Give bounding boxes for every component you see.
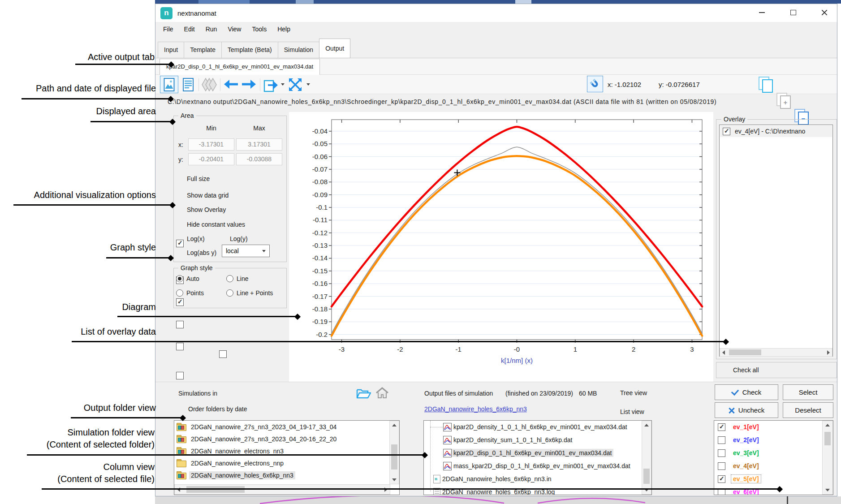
column-row[interactable]: ev_1[eV] [714, 421, 822, 433]
scope-dropdown[interactable]: local [222, 245, 270, 257]
area-x-max-field[interactable]: 3.17301 [236, 138, 282, 151]
folder-vscrollbar[interactable] [389, 421, 399, 484]
folder-row[interactable]: 2DGaN_nanowire_27s_nn3_2023_04_19-17_33_… [174, 421, 389, 433]
menu-item-edit[interactable]: Edit [179, 26, 200, 33]
svg-text:-0.11: -0.11 [313, 216, 328, 224]
back-button[interactable] [223, 79, 239, 90]
tab-input[interactable]: Input [158, 42, 184, 58]
snap-cursor-button[interactable] [587, 76, 603, 92]
graph-style-option-auto[interactable]: Auto [176, 275, 199, 282]
fit-dropdown-arrow[interactable] [306, 83, 310, 86]
area-y-max-field[interactable]: -0.03088 [236, 153, 282, 165]
forward-button[interactable] [241, 79, 257, 90]
folder-row[interactable]: 2DGaN_nanowire_holes_6x6kp_nn3 [174, 469, 389, 481]
column-checkbox[interactable] [718, 462, 725, 470]
radio-icon [176, 275, 183, 282]
file-vscrollbar[interactable] [642, 421, 651, 495]
folder-row[interactable]: 2DGaN_nanowire_27s_nn3_2023_04_20-16_22_… [174, 433, 389, 445]
file-row[interactable]: kpar2D_density_1_0_1_hl_6x6kp_ev_min001_… [424, 421, 642, 433]
export-dropdown-arrow[interactable] [281, 83, 285, 86]
close-button[interactable] [815, 4, 834, 21]
horizontal-splitter[interactable] [155, 382, 837, 382]
column-checkbox[interactable] [718, 423, 725, 431]
open-folder-button[interactable] [356, 387, 371, 401]
log-y-checkbox[interactable] [219, 350, 227, 358]
overlay-hscrollbar[interactable] [720, 348, 832, 357]
annotation-label: Column view(Content of selected file) [57, 461, 155, 485]
annotation-label: Simulation folder view(Content of select… [47, 426, 155, 451]
simulation-file-list: kpar2D_density_1_0_1_hl_6x6kp_ev_min001_… [423, 420, 652, 495]
svg-text:3: 3 [690, 345, 694, 353]
overlay-item-checkbox[interactable] [723, 128, 730, 135]
maximize-button[interactable] [783, 4, 803, 21]
tab-template-beta-[interactable]: Template (Beta) [221, 42, 278, 58]
overlay-item[interactable]: ev_4[eV] - C:\D\nextnano [720, 125, 832, 137]
add-tab-button[interactable]: + [776, 92, 791, 108]
home-folder-button[interactable] [375, 387, 389, 401]
background-browser-tab [515, 0, 531, 4]
svg-text:-0.09: -0.09 [312, 191, 328, 198]
expand-icon [288, 78, 302, 92]
file-row[interactable]: n2DGaN_nanowire_holes_6x6kp_nn3.in [424, 473, 642, 485]
graph-style-option-line[interactable]: Line [226, 275, 248, 282]
radio-icon [226, 275, 233, 282]
column-vscrollbar[interactable] [822, 421, 833, 495]
graph-style-option-points[interactable]: Points [176, 289, 204, 297]
deselect-button[interactable]: Deselect [783, 402, 833, 418]
background-browser-tab [198, 0, 250, 4]
export-button[interactable] [263, 77, 280, 93]
menu-item-run[interactable]: Run [200, 26, 223, 33]
annotation-line [42, 488, 779, 490]
column-row[interactable]: ev_5[eV] [714, 473, 822, 485]
annotation-label: Graph style [110, 241, 156, 254]
log-x-checkbox[interactable] [176, 343, 184, 350]
check-button[interactable]: Check [715, 384, 778, 400]
new-tab-button[interactable] [758, 76, 773, 92]
fit-view-button[interactable] [287, 77, 303, 92]
svg-text:-0.1: -0.1 [316, 203, 328, 211]
hide-constant-checkbox[interactable] [176, 321, 184, 328]
column-row[interactable]: ev_4[eV] [714, 460, 822, 472]
check-all-label: Check all [733, 366, 759, 374]
simulation-link[interactable]: 2DGaN_nanowire_holes_6x6kp_nn3 [424, 405, 527, 413]
menu-item-help[interactable]: Help [272, 26, 296, 33]
annotation-line [117, 316, 297, 317]
area-x-min-field[interactable]: -3.17301 [188, 138, 234, 151]
column-row[interactable]: ev_6[eV] [714, 486, 822, 495]
document-tab[interactable]: kpar2D_disp_0_1_hl_6x6kp_ev_min001_ev_ma… [160, 59, 320, 75]
area-y-min-field[interactable]: -0.20401 [188, 153, 234, 165]
title-bar [155, 4, 837, 22]
full-size-checkbox[interactable] [176, 240, 184, 247]
menu-item-tools[interactable]: Tools [246, 26, 272, 33]
graph-style-option-line-points[interactable]: Line + Points [226, 289, 273, 297]
minimize-button[interactable] [752, 4, 772, 21]
finished-date-label: (finished on 23/09/2019) [505, 390, 573, 397]
tab-output[interactable]: Output [319, 39, 350, 58]
column-row[interactable]: ev_3[eV] [714, 447, 822, 459]
log-abs-checkbox[interactable] [176, 372, 184, 379]
menu-item-file[interactable]: File [158, 26, 179, 33]
svg-text:2: 2 [632, 345, 635, 353]
file-row[interactable]: mass_kpar2D_disp_0_1_hl_6x6kp_ev_min001_… [424, 460, 642, 472]
column-checkbox[interactable] [718, 475, 725, 483]
full-size-label: Full size [187, 175, 210, 182]
column-checkbox[interactable] [718, 449, 725, 457]
slices-button[interactable] [200, 78, 218, 92]
file-row[interactable]: kpar2D_density_sum_1_0_1_hl_6x6kp.dat [424, 434, 642, 446]
menu-item-view[interactable]: View [222, 26, 246, 33]
tab-simulation[interactable]: Simulation [278, 42, 319, 58]
svg-text:k[1/nm] (x): k[1/nm] (x) [501, 357, 533, 364]
file-name: mass_kpar2D_disp_0_1_hl_6x6kp_ev_min001_… [452, 462, 632, 470]
file-row[interactable]: 2DGaN_nanowire_holes_6x6kp_nn3.log [424, 486, 642, 495]
uncheck-button[interactable]: Uncheck [715, 402, 778, 418]
column-checkbox[interactable] [718, 436, 725, 444]
folder-row[interactable]: 2DGaN_nanowire_electrons_nnp [174, 457, 389, 469]
file-row[interactable]: kpar2D_disp_0_1_hl_6x6kp_ev_min001_ev_ma… [424, 447, 642, 459]
scope-value: local [226, 247, 239, 254]
text-view-button[interactable] [180, 77, 196, 93]
column-row[interactable]: ev_2[eV] [714, 434, 822, 446]
tab-template[interactable]: Template [184, 42, 221, 58]
select-button[interactable]: Select [783, 384, 833, 400]
annotation-line [72, 341, 725, 342]
diagram-view-button[interactable] [160, 76, 178, 93]
